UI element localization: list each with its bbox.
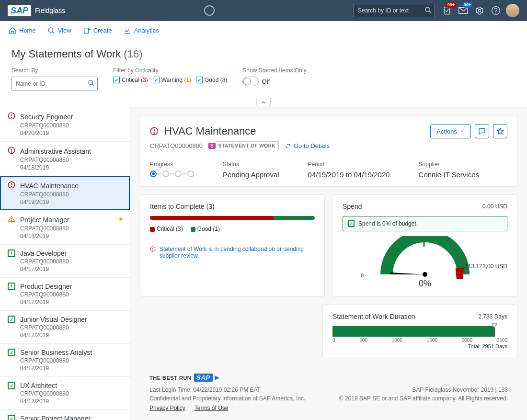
settings-icon[interactable] bbox=[471, 2, 488, 19]
go-to-details-link[interactable]: Go to Details bbox=[285, 142, 330, 149]
list-item-title: Senior Business Analyst bbox=[20, 349, 92, 356]
nav-analytics-label: Analytics bbox=[134, 27, 159, 34]
list-item-title: Security Engineer bbox=[20, 113, 73, 121]
filter-warning[interactable]: ✓Warning (1) bbox=[153, 77, 191, 83]
last-login: Last Login Time: 04/22/2019 02:26 PM EAT bbox=[149, 386, 261, 393]
list-item-id: CRPATQ00000880 bbox=[20, 225, 122, 232]
list-item-id: CRPATQ00000880 bbox=[20, 291, 122, 298]
filter-critical[interactable]: ✓Critical (3) bbox=[113, 77, 148, 83]
search-by-input[interactable] bbox=[11, 77, 98, 91]
progress-label: Progress bbox=[150, 161, 194, 168]
svg-rect-2 bbox=[444, 7, 450, 14]
list-item-title: Administrative Assistant bbox=[20, 148, 91, 155]
list-item[interactable]: HVAC MaintenanceCRPATQ0000088004/19/2019 bbox=[0, 176, 130, 210]
svg-line-1 bbox=[429, 11, 431, 13]
brand-tagline: THE BEST RUN SAP bbox=[149, 374, 508, 382]
duration-value: 2.733 Days bbox=[478, 313, 507, 320]
items-to-complete-card: Items to Complete (3) Critical (3) Good … bbox=[140, 194, 325, 297]
duration-title: Statement of Work Duration bbox=[332, 313, 415, 320]
list-item[interactable]: Security EngineerCRPATQ0000088004/20/201… bbox=[0, 107, 130, 142]
global-search[interactable] bbox=[354, 4, 435, 17]
duration-marker-icon bbox=[492, 323, 497, 328]
svg-point-19 bbox=[11, 152, 11, 152]
copyright: © 2019 SAP SE or and SAP affiliate compa… bbox=[339, 395, 508, 402]
status-icon bbox=[8, 181, 15, 190]
status-icon bbox=[8, 215, 15, 224]
status-icon: ✓ bbox=[8, 415, 15, 420]
privacy-link[interactable]: Privacy Policy bbox=[149, 405, 185, 411]
list-item-title: Product Designer bbox=[20, 283, 72, 290]
critical-icon bbox=[150, 127, 159, 136]
list-item-date: 04/20/2019 bbox=[20, 130, 122, 136]
terms-link[interactable]: Terms of Use bbox=[195, 405, 229, 411]
approvals-badge: 99+ bbox=[446, 2, 456, 8]
gauge-min: 0 bbox=[361, 272, 364, 278]
supplier-label: Supplier bbox=[419, 161, 479, 168]
criticality-filter-group: Filter by Criticality ✓Critical (3) ✓War… bbox=[113, 67, 227, 83]
list-item-title: Java Developer bbox=[20, 250, 67, 257]
list-item-id: CRPATQ00000880 bbox=[20, 390, 122, 397]
arrow-icon bbox=[285, 143, 291, 149]
list-item[interactable]: ✓Senior Project ManagerCRPATQ00000880 bbox=[0, 410, 130, 420]
filter-good[interactable]: ✓Good (8) bbox=[196, 77, 227, 83]
starred-filter-group: Show Starred Items Only Off bbox=[242, 67, 306, 86]
starred-label: Show Starred Items Only bbox=[242, 67, 306, 74]
nav-create[interactable]: Create bbox=[83, 27, 112, 34]
approvals-icon[interactable]: 99+ bbox=[439, 2, 455, 19]
list-item[interactable]: !Product DesignerCRPATQ0000088004/12/201… bbox=[0, 278, 130, 311]
list-item[interactable]: ✓Junior Visual DesignerCRPATQ0000088004/… bbox=[0, 311, 130, 344]
svg-point-27 bbox=[154, 133, 155, 134]
starred-toggle[interactable] bbox=[242, 77, 259, 86]
collapse-filters-button[interactable] bbox=[256, 98, 271, 107]
list-item-title: Junior Visual Designer bbox=[20, 316, 87, 323]
page-header: My Statements of Work (16) Search By Fil… bbox=[0, 40, 527, 107]
list-item-id: CRPATQ00000880 bbox=[20, 324, 122, 331]
nav-analytics[interactable]: Analytics bbox=[124, 27, 159, 34]
list-item-id: CRPATQ00000880 bbox=[20, 258, 122, 265]
list-item-title: UX Architect bbox=[20, 382, 57, 389]
search-icon[interactable] bbox=[88, 79, 95, 88]
list-item[interactable]: Project ManagerCRPATQ0000088004/18/2019★ bbox=[0, 210, 130, 245]
status-icon bbox=[8, 147, 15, 156]
supplier-value: Connie IT Services bbox=[419, 170, 479, 179]
critical-icon bbox=[150, 246, 156, 252]
messages-icon[interactable]: 99+ bbox=[455, 2, 471, 19]
duration-axis: 05001000150020002500 bbox=[332, 338, 507, 343]
list-item[interactable]: ✓Senior Business AnalystCRPATQ0000088004… bbox=[0, 344, 130, 377]
actions-button[interactable]: Actions bbox=[430, 124, 471, 138]
spend-gauge: 0 213.123,00 USD 0% bbox=[343, 236, 507, 289]
svg-point-32 bbox=[423, 272, 427, 277]
duration-bar bbox=[332, 326, 495, 337]
nav-view[interactable]: View bbox=[47, 27, 71, 34]
detail-title: HVAC Maintenance bbox=[164, 125, 256, 137]
page-title: My Statements of Work (16) bbox=[11, 48, 516, 60]
user-avatar[interactable] bbox=[506, 4, 519, 17]
chevron-down-icon bbox=[460, 129, 465, 134]
svg-point-24 bbox=[11, 220, 11, 221]
sap-logo: SAP bbox=[8, 5, 31, 16]
help-icon[interactable] bbox=[488, 2, 504, 19]
loading-spinner-icon bbox=[204, 5, 215, 16]
pending-message[interactable]: Statement of Work is in pending collabor… bbox=[160, 246, 315, 259]
global-search-input[interactable] bbox=[354, 4, 435, 17]
favorite-button[interactable] bbox=[493, 124, 507, 138]
sow-tag-short: S bbox=[208, 143, 216, 149]
items-title: Items to Complete (3) bbox=[150, 203, 215, 210]
nav-home-label: Home bbox=[19, 27, 36, 34]
svg-point-22 bbox=[11, 186, 11, 187]
nav-home[interactable]: Home bbox=[9, 27, 36, 34]
sow-list[interactable]: Security EngineerCRPATQ0000088004/20/201… bbox=[0, 107, 130, 420]
list-item[interactable]: Administrative AssistantCRPATQ0000088004… bbox=[0, 142, 130, 176]
spend-info-banner: ✓ Spend is 0% of budget. bbox=[343, 216, 507, 231]
list-item[interactable]: !Java DeveloperCRPATQ0000088004/17/2019 bbox=[0, 245, 130, 278]
list-item-id: CRPATQ00000880 bbox=[20, 157, 122, 163]
list-item[interactable]: ✓UX ArchitectCRPATQ0000088004/12/2019 bbox=[0, 377, 130, 410]
svg-point-0 bbox=[425, 7, 430, 11]
gauge-percent: 0% bbox=[343, 279, 507, 289]
items-progress-bar bbox=[150, 216, 315, 220]
list-item-date: 04/12/2019 bbox=[20, 398, 122, 405]
star-icon[interactable]: ★ bbox=[118, 215, 124, 223]
comment-button[interactable] bbox=[475, 124, 489, 138]
duration-card: Statement of Work Duration2.733 Days 050… bbox=[322, 305, 517, 357]
messages-badge: 99+ bbox=[462, 2, 472, 8]
